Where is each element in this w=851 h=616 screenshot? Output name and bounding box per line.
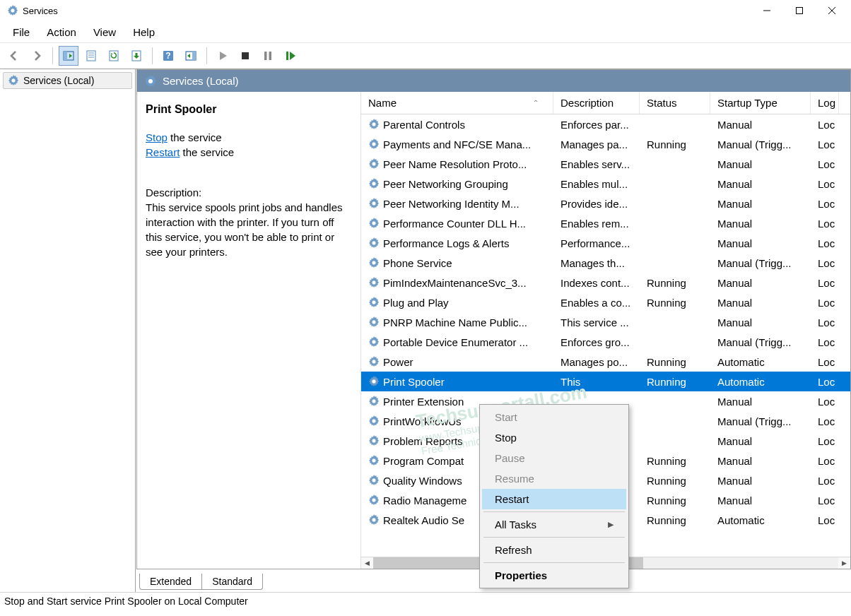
ctx-start[interactable]: Start xyxy=(482,407,626,427)
svg-rect-16 xyxy=(192,52,196,60)
service-name-text: Parental Controls xyxy=(383,119,465,131)
service-name-text: Performance Counter DLL H... xyxy=(383,218,526,230)
service-row[interactable]: Peer Networking GroupingEnables mul...Ma… xyxy=(361,174,850,194)
tab-extended[interactable]: Extended xyxy=(139,574,202,590)
service-name-text: Payments and NFC/SE Mana... xyxy=(383,138,531,150)
help-button[interactable]: ? xyxy=(158,46,178,66)
cell-logon: Loc xyxy=(811,277,839,289)
gear-icon xyxy=(368,435,380,446)
cell-logon: Loc xyxy=(811,119,839,131)
service-name-text: Realtek Audio Se xyxy=(383,514,464,526)
cell-startup: Manual xyxy=(710,178,811,190)
cell-status: Running xyxy=(640,356,710,368)
ctx-properties[interactable]: Properties xyxy=(482,565,626,586)
cell-status: Running xyxy=(640,494,710,507)
service-row[interactable]: Phone ServiceManages th...Manual (Trigg.… xyxy=(361,253,850,273)
ctx-refresh[interactable]: Refresh xyxy=(482,540,626,560)
cell-logon: Loc xyxy=(811,455,839,467)
cell-logon: Loc xyxy=(811,198,839,210)
properties-button[interactable] xyxy=(81,46,101,66)
gear-icon xyxy=(368,218,380,229)
gear-icon xyxy=(368,119,380,130)
pause-service-button[interactable] xyxy=(258,46,278,66)
main-body: Services (Local) Services (Local) Print … xyxy=(0,69,851,592)
scroll-left-button[interactable]: ◀ xyxy=(361,557,373,569)
cell-description: Performance... xyxy=(553,237,640,249)
service-row[interactable]: Performance Logs & AlertsPerformance...M… xyxy=(361,233,850,253)
service-row[interactable]: Payments and NFC/SE Mana...Manages pa...… xyxy=(361,134,850,154)
toolbar: ? xyxy=(0,42,851,69)
cell-status: Running xyxy=(640,277,710,289)
back-button[interactable] xyxy=(4,46,24,66)
close-button[interactable] xyxy=(816,0,848,21)
export-list-button[interactable] xyxy=(127,46,146,66)
col-header-name[interactable]: Name˄ xyxy=(361,92,553,114)
cell-logon: Loc xyxy=(811,396,839,408)
ctx-resume[interactable]: Resume xyxy=(482,468,626,489)
gear-icon xyxy=(368,158,380,170)
toolbar-separator xyxy=(206,47,207,64)
svg-rect-20 xyxy=(286,52,288,60)
restart-service-button[interactable] xyxy=(281,46,300,66)
service-row[interactable]: Print SpoolerThisRunningAutomaticLoc xyxy=(361,372,850,391)
menu-action[interactable]: Action xyxy=(40,23,83,41)
menu-file[interactable]: File xyxy=(6,23,37,41)
cell-description: Enforces gro... xyxy=(553,336,640,348)
stop-service-link[interactable]: Stop xyxy=(146,131,168,143)
console-tree: Services (Local) xyxy=(0,69,136,592)
minimize-button[interactable] xyxy=(751,0,783,21)
service-name-text: Power xyxy=(383,356,413,368)
tab-standard[interactable]: Standard xyxy=(201,574,263,590)
cell-startup: Manual xyxy=(710,455,811,467)
service-row[interactable]: Parental ControlsEnforces par...ManualLo… xyxy=(361,114,850,134)
cell-status: Running xyxy=(640,297,710,309)
show-hide-tree-button[interactable] xyxy=(59,46,78,66)
show-hide-action-pane-button[interactable] xyxy=(181,46,201,66)
col-header-status[interactable]: Status xyxy=(640,92,710,114)
col-header-description[interactable]: Description xyxy=(553,92,640,114)
ctx-pause[interactable]: Pause xyxy=(482,448,626,468)
cell-description: Enables mul... xyxy=(553,178,640,190)
cell-name: Plug and Play xyxy=(361,297,553,309)
ctx-stop[interactable]: Stop xyxy=(482,427,626,448)
service-row[interactable]: PimIndexMaintenanceSvc_3...Indexes cont.… xyxy=(361,273,850,292)
ctx-restart[interactable]: Restart xyxy=(482,489,626,509)
cell-logon: Loc xyxy=(811,494,839,507)
service-row[interactable]: Peer Networking Identity M...Provides id… xyxy=(361,194,850,213)
ctx-all-tasks[interactable]: All Tasks▶ xyxy=(482,514,626,535)
cell-name: Performance Logs & Alerts xyxy=(361,237,553,249)
restart-service-link[interactable]: Restart xyxy=(146,146,180,158)
forward-button[interactable] xyxy=(27,46,47,66)
gear-icon xyxy=(368,198,380,209)
maximize-button[interactable] xyxy=(783,0,816,21)
scroll-right-button[interactable]: ▶ xyxy=(838,557,850,569)
gear-icon xyxy=(368,138,380,150)
tree-root-services-local[interactable]: Services (Local) xyxy=(3,72,132,89)
cell-name: Peer Networking Grouping xyxy=(361,178,553,190)
col-header-startup-type[interactable]: Startup Type xyxy=(710,92,811,114)
cell-startup: Manual xyxy=(710,218,811,230)
panel-header: Services (Local) xyxy=(136,69,851,92)
service-row[interactable]: PNRP Machine Name Public...This service … xyxy=(361,312,850,332)
cell-logon: Loc xyxy=(811,316,839,328)
menubar: File Action View Help xyxy=(0,21,851,42)
cell-name: Peer Networking Identity M... xyxy=(361,198,553,210)
svg-rect-7 xyxy=(87,51,95,61)
service-row[interactable]: PowerManages po...RunningAutomaticLoc xyxy=(361,352,850,372)
col-header-logon[interactable]: Log On As xyxy=(811,92,839,114)
cell-startup: Manual xyxy=(710,198,811,210)
stop-service-button[interactable] xyxy=(235,46,255,66)
service-row[interactable]: Portable Device Enumerator ...Enforces g… xyxy=(361,332,850,352)
gear-icon xyxy=(8,75,19,86)
service-row[interactable]: Peer Name Resolution Proto...Enables ser… xyxy=(361,154,850,174)
cell-status: Running xyxy=(640,455,710,467)
service-row[interactable]: Plug and PlayEnables a co...RunningManua… xyxy=(361,292,850,312)
service-name-text: Peer Networking Grouping xyxy=(383,178,508,190)
menu-view[interactable]: View xyxy=(86,23,123,41)
service-row[interactable]: Performance Counter DLL H...Enables rem.… xyxy=(361,213,850,233)
start-service-button[interactable] xyxy=(213,46,233,66)
cell-startup: Manual (Trigg... xyxy=(710,336,811,348)
refresh-button[interactable] xyxy=(104,46,124,66)
menu-help[interactable]: Help xyxy=(126,23,162,41)
cell-name: Parental Controls xyxy=(361,119,553,131)
